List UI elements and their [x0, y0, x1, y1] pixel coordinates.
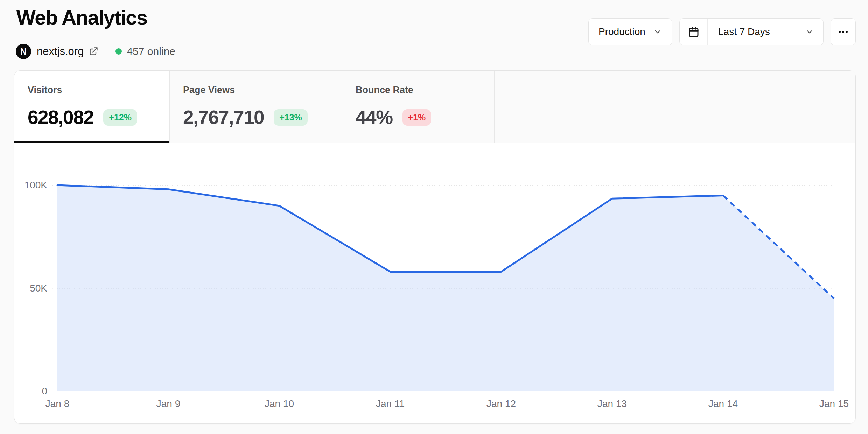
project-domain-link[interactable]: nextjs.org	[37, 45, 84, 58]
x-axis-label: Jan 12	[477, 398, 526, 410]
online-count: 457 online	[127, 46, 175, 57]
x-axis-label: Jan 14	[699, 398, 748, 410]
calendar-button[interactable]	[680, 19, 708, 45]
chevron-down-icon	[653, 27, 662, 36]
chevron-down-icon	[805, 27, 814, 36]
header-controls: Production Last 7 Days	[588, 18, 856, 46]
analytics-card: Visitors 628,082 +12% Page Views 2,767,7…	[14, 70, 856, 424]
chart-canvas[interactable]	[14, 71, 855, 424]
y-axis-label: 0	[19, 386, 47, 397]
nextjs-logo-letter: N	[20, 47, 27, 57]
visitors-chart[interactable]: 100K50K0 Jan 8Jan 9Jan 10Jan 11Jan 12Jan…	[14, 71, 855, 424]
x-axis-label: Jan 9	[144, 398, 193, 410]
page-title: Web Analytics	[16, 6, 147, 29]
site-row: N nextjs.org 457 online	[16, 43, 175, 60]
date-range-control: Last 7 Days	[679, 18, 824, 46]
environment-dropdown-label: Production	[598, 26, 645, 37]
y-axis-label: 100K	[19, 180, 47, 191]
online-status-dot	[115, 48, 122, 55]
x-axis-label: Jan 10	[255, 398, 304, 410]
nextjs-logo-icon: N	[16, 44, 31, 59]
y-axis-label: 50K	[19, 283, 47, 294]
ellipsis-icon	[837, 26, 849, 38]
calendar-icon	[687, 26, 700, 38]
date-range-label: Last 7 Days	[718, 26, 770, 37]
vertical-divider	[107, 44, 107, 59]
x-axis-label: Jan 15	[810, 398, 856, 410]
x-axis-label: Jan 8	[33, 398, 82, 410]
x-axis-label: Jan 11	[366, 398, 415, 410]
external-link-icon[interactable]	[89, 47, 98, 56]
more-options-button[interactable]	[831, 18, 856, 46]
scrollbar-track[interactable]	[859, 87, 859, 434]
x-axis-label: Jan 13	[588, 398, 637, 410]
environment-dropdown[interactable]: Production	[588, 18, 672, 46]
date-range-dropdown[interactable]: Last 7 Days	[708, 19, 823, 45]
